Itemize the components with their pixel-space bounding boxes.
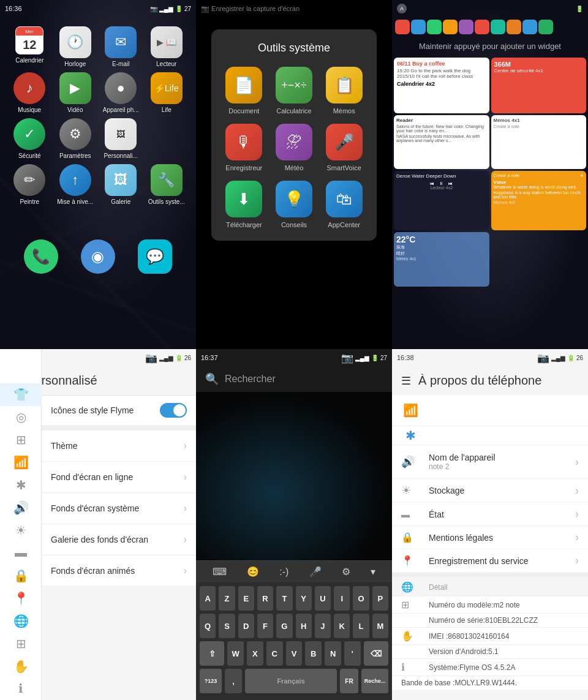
kb-tool-settings[interactable]: ⚙ — [342, 566, 350, 578]
mini-app-9[interactable] — [522, 20, 537, 34]
email-icon[interactable]: ✉ — [105, 26, 137, 58]
key-i[interactable]: I — [334, 586, 350, 611]
tool-telecharger[interactable]: ⬇ Télécharger — [224, 181, 265, 228]
sidebar-item-location[interactable]: 📍 — [0, 587, 42, 609]
galerie-icon[interactable]: 🖼 — [105, 164, 137, 196]
parametres-icon[interactable]: ⚙ — [59, 118, 91, 150]
peintre-icon[interactable]: ✏ — [13, 164, 45, 196]
kb-tool-mic[interactable]: 🎤 — [309, 566, 322, 578]
key-q[interactable]: Q — [200, 614, 216, 638]
tool-appcenter[interactable]: 🛍 AppCenter — [323, 181, 364, 228]
sidebar-item-lock[interactable]: 🔒 — [0, 564, 42, 587]
app-peintre[interactable]: ✏ Peintre — [9, 164, 50, 205]
key-g[interactable]: G — [276, 614, 292, 638]
menu-item-fond-systeme[interactable]: Fonds d'écran système › — [42, 493, 196, 524]
app-horloge[interactable]: 🕐 Horloge — [55, 26, 96, 67]
key-numpad[interactable]: ?123 — [200, 669, 222, 693]
appcenter-icon[interactable]: 🛍 — [326, 181, 363, 217]
sidebar-item-apps[interactable]: ⊞ — [0, 632, 42, 655]
perso-icon[interactable]: 🖼 — [105, 118, 137, 150]
camera-icon[interactable]: ● — [105, 72, 137, 104]
key-u[interactable]: U — [315, 586, 331, 611]
key-l[interactable]: L — [353, 614, 369, 638]
key-y[interactable]: Y — [296, 586, 312, 611]
dock-message-icon[interactable]: 💬 — [138, 239, 172, 274]
key-r[interactable]: R — [257, 586, 273, 611]
meteo-icon[interactable]: ⛈ — [276, 124, 312, 160]
sidebar-item-web[interactable]: 🌐 — [0, 609, 42, 632]
app-outils[interactable]: 🔧 Outils syste... — [146, 164, 187, 205]
key-apostrophe[interactable]: ' — [344, 641, 361, 666]
tool-enregistreur[interactable]: 🎙 Enregistreur — [224, 124, 265, 171]
kb-tool-more[interactable]: ▾ — [371, 566, 375, 578]
sidebar-item-signal[interactable]: 📶 — [0, 451, 42, 474]
menu-item-fonds-animes[interactable]: Fonds d'écran animés › — [42, 555, 196, 587]
app-update[interactable]: ↑ Mise à nive... — [55, 164, 96, 205]
key-p[interactable]: P — [372, 586, 388, 611]
app-lecteur[interactable]: ▶ 📖 Lecteur — [146, 26, 187, 67]
tool-document[interactable]: 📄 Document — [224, 67, 265, 115]
key-n[interactable]: N — [325, 641, 341, 666]
key-c[interactable]: C — [266, 641, 283, 666]
menu-item-fond-ligne[interactable]: Fond d'écran en ligne › — [42, 462, 196, 493]
outils-icon[interactable]: 🔧 — [151, 164, 183, 196]
mini-app-8[interactable] — [507, 20, 521, 34]
dock-phone-icon[interactable]: 📞 — [24, 239, 58, 274]
telecharger-icon[interactable]: ⬇ — [225, 181, 262, 217]
kb-tool-emoji[interactable]: 😊 — [247, 566, 259, 578]
musique-icon[interactable]: ♪ — [13, 72, 45, 104]
mini-app-2[interactable] — [411, 20, 426, 34]
app-life[interactable]: ⚡Life Life — [146, 72, 187, 113]
document-icon[interactable]: 📄 — [225, 67, 262, 103]
key-s[interactable]: S — [219, 614, 235, 638]
mini-app-4[interactable] — [443, 20, 458, 34]
app-securite[interactable]: ✓ Sécurité — [9, 118, 50, 159]
key-k[interactable]: K — [334, 614, 350, 638]
mini-app-3[interactable] — [427, 20, 442, 34]
smartvoice-icon[interactable]: 🎤 — [326, 124, 363, 160]
key-search[interactable]: Reche... — [361, 669, 388, 693]
key-shift[interactable]: ⇧ — [200, 641, 224, 666]
mini-app-1[interactable] — [395, 20, 410, 34]
video-icon[interactable]: ▶ — [59, 72, 91, 104]
key-e[interactable]: E — [238, 586, 254, 611]
mini-app-5[interactable] — [459, 20, 473, 34]
tool-smartvoice[interactable]: 🎤 SmartVoice — [323, 124, 364, 171]
sidebar-item-shirt[interactable]: 👕 — [0, 383, 42, 406]
tool-calculatrice[interactable]: +−×÷ Calculatrice — [274, 67, 315, 115]
key-f[interactable]: F — [257, 614, 273, 638]
app-video[interactable]: ▶ Vidéo — [55, 72, 96, 113]
life-icon[interactable]: ⚡Life — [151, 72, 183, 104]
about-item-nom[interactable]: 🔊 Nom de l'appareil note 2 › — [392, 445, 588, 479]
about-item-etat[interactable]: ▬ État › — [392, 503, 588, 526]
about-item-stockage[interactable]: ☀ Stockage › — [392, 479, 588, 503]
mini-app-10[interactable] — [538, 20, 553, 34]
app-perso[interactable]: 🖼 Personnali... — [100, 118, 141, 159]
key-comma[interactable]: , — [225, 669, 242, 693]
tool-meteo[interactable]: ⛈ Météo — [274, 124, 315, 171]
about-hamburger-icon[interactable]: ☰ — [401, 374, 411, 388]
key-b[interactable]: B — [305, 641, 322, 666]
sidebar-item-info[interactable]: ℹ — [0, 677, 42, 700]
conseils-icon[interactable]: 💡 — [276, 181, 312, 217]
key-o[interactable]: O — [353, 586, 369, 611]
sidebar-item-globe[interactable]: ◎ — [0, 406, 42, 429]
key-space[interactable]: Français — [245, 669, 337, 693]
key-a[interactable]: A — [200, 586, 216, 611]
sidebar-item-brightness[interactable]: ☀ — [0, 519, 42, 542]
mini-app-6[interactable] — [475, 20, 489, 34]
sidebar-item-grid[interactable]: ⊞ — [0, 429, 42, 451]
key-j[interactable]: J — [315, 614, 331, 638]
sidebar-item-touch[interactable]: ✋ — [0, 655, 42, 677]
app-email[interactable]: ✉ E-mail — [100, 26, 141, 67]
app-parametres[interactable]: ⚙ Paramètres — [55, 118, 96, 159]
horloge-icon[interactable]: 🕐 — [59, 26, 91, 58]
app-camera[interactable]: ● Appareil ph... — [100, 72, 141, 113]
about-item-mentions[interactable]: 🔒 Mentions légales › — [392, 526, 588, 549]
update-icon[interactable]: ↑ — [59, 164, 91, 196]
toggle-switch-icones[interactable] — [160, 403, 187, 418]
sidebar-item-battery[interactable]: ▬ — [0, 541, 42, 564]
securite-icon[interactable]: ✓ — [13, 118, 45, 150]
key-x[interactable]: X — [247, 641, 263, 666]
kb-tool-keyboard[interactable]: ⌨ — [213, 566, 227, 578]
